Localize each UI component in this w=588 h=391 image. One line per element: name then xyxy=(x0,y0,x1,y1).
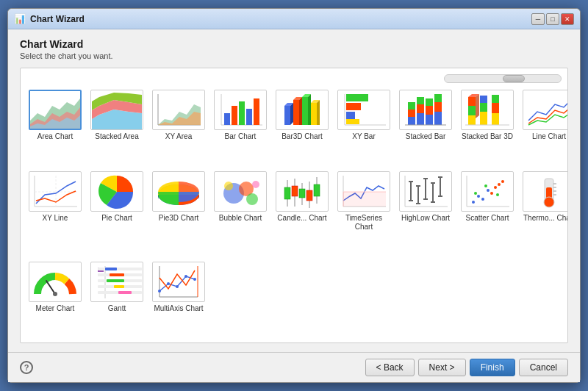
chart-item-timeseries[interactable]: TimeSeries Chart xyxy=(335,169,392,255)
chart-item-xy-line[interactable]: XY Line xyxy=(26,169,84,255)
dialog-footer: ? < Back Next > Finish Cancel xyxy=(8,352,580,382)
minimize-button[interactable]: ─ xyxy=(531,13,545,25)
svg-point-123 xyxy=(472,201,475,204)
chart-item-xy-bar[interactable]: XY Bar xyxy=(335,87,392,165)
svg-point-164 xyxy=(176,285,179,288)
svg-point-84 xyxy=(252,181,259,188)
chart-item-meter[interactable]: Meter Chart xyxy=(26,259,84,337)
svg-rect-155 xyxy=(107,279,124,282)
chart-label-gantt: Gantt xyxy=(108,304,126,313)
chart-thumb-stacked-bar-3d xyxy=(461,90,514,130)
chart-label-multiaxis: MultiAxis Chart xyxy=(154,304,203,313)
footer-buttons: < Back Next > Finish Cancel xyxy=(365,359,568,376)
chart-thumb-xy-area xyxy=(152,90,205,130)
svg-rect-52 xyxy=(434,102,442,112)
chart-item-bar3d[interactable]: Bar3D Chart xyxy=(273,87,331,165)
chart-item-multiaxis[interactable]: MultiAxis Chart xyxy=(150,259,207,337)
chart-thumb-bar3d xyxy=(276,90,329,130)
chart-wizard-window: 📊 Chart Wizard ─ □ ✕ Chart Wizard Select… xyxy=(7,8,581,383)
svg-rect-28 xyxy=(302,97,308,125)
svg-rect-62 xyxy=(480,103,487,112)
chart-thumb-stacked-area xyxy=(90,90,143,130)
window-icon: 📊 xyxy=(14,13,26,24)
svg-point-144 xyxy=(53,292,57,296)
maximize-button[interactable]: □ xyxy=(546,13,559,25)
chart-item-area[interactable]: Area Chart xyxy=(26,87,84,165)
svg-rect-49 xyxy=(426,106,433,115)
chart-label-meter: Meter Chart xyxy=(36,304,75,313)
chart-label-highlow: HighLow Chart xyxy=(401,214,450,223)
chart-label-xy-line: XY Line xyxy=(43,214,68,223)
chart-label-stacked-bar-3d: Stacked Bar 3D xyxy=(462,132,513,141)
svg-rect-20 xyxy=(254,98,259,125)
svg-rect-154 xyxy=(110,273,124,276)
chart-item-stacked-area[interactable]: Stacked Area xyxy=(88,87,146,165)
svg-rect-48 xyxy=(426,115,433,125)
scrollbar-thumb[interactable] xyxy=(503,75,525,82)
chart-label-bubble: Bubble Chart xyxy=(219,214,262,223)
chart-item-gantt[interactable]: Gantt xyxy=(88,259,146,337)
chart-item-highlow[interactable]: HighLow Chart xyxy=(397,169,454,255)
svg-point-166 xyxy=(193,278,196,281)
chart-thumb-xy-line xyxy=(29,171,82,212)
svg-point-124 xyxy=(477,195,480,198)
svg-point-133 xyxy=(496,193,499,196)
svg-point-165 xyxy=(184,275,187,278)
back-button[interactable]: < Back xyxy=(365,359,415,376)
chart-item-stacked-bar-3d[interactable]: Stacked Bar 3D xyxy=(459,87,516,165)
chart-label-timeseries: TimeSeries Chart xyxy=(337,214,390,232)
svg-rect-22 xyxy=(284,106,290,125)
title-controls: ─ □ ✕ xyxy=(531,13,574,25)
svg-point-126 xyxy=(487,189,490,192)
chart-item-xy-area[interactable]: XY Area xyxy=(150,87,207,165)
chart-item-stacked-bar[interactable]: Stacked Bar xyxy=(397,87,454,165)
help-button[interactable]: ? xyxy=(20,361,33,374)
chart-thumb-xy-bar xyxy=(337,90,390,130)
chart-thumb-multiaxis xyxy=(152,262,205,302)
chart-item-bar[interactable]: Bar Chart xyxy=(212,87,269,165)
svg-point-125 xyxy=(481,198,484,201)
close-button[interactable]: ✕ xyxy=(561,13,574,25)
svg-rect-66 xyxy=(492,95,499,103)
svg-rect-43 xyxy=(408,110,415,117)
chart-item-bubble[interactable]: Bubble Chart xyxy=(212,169,269,255)
chart-selection-area: Area Chart Stacked Area xyxy=(20,68,568,343)
svg-rect-65 xyxy=(492,103,499,113)
chart-label-bar: Bar Chart xyxy=(225,132,257,141)
svg-rect-64 xyxy=(492,113,499,125)
svg-rect-16 xyxy=(224,113,230,125)
svg-rect-156 xyxy=(114,285,124,288)
chart-item-thermo[interactable]: Thermo... Chart xyxy=(520,169,568,255)
svg-point-132 xyxy=(484,184,487,187)
window-title: Chart Wizard xyxy=(30,14,85,24)
svg-rect-58 xyxy=(468,97,476,106)
cancel-button[interactable]: Cancel xyxy=(519,359,568,376)
chart-item-scatter[interactable]: Scatter Chart xyxy=(459,169,516,255)
svg-point-130 xyxy=(501,180,504,183)
next-button[interactable]: Next > xyxy=(418,359,466,376)
finish-button[interactable]: Finish xyxy=(470,359,515,376)
chart-item-pie3d[interactable]: Pie3D Chart xyxy=(150,169,207,255)
svg-point-163 xyxy=(167,282,170,285)
chart-thumb-meter xyxy=(29,262,82,302)
svg-marker-30 xyxy=(308,94,311,125)
chart-thumb-area xyxy=(29,90,82,130)
chart-item-candle[interactable]: Candle... Chart xyxy=(273,169,331,255)
svg-point-131 xyxy=(474,192,477,195)
chart-grid: Area Chart Stacked Area xyxy=(26,87,562,337)
svg-rect-93 xyxy=(306,190,312,201)
title-bar-left: 📊 Chart Wizard xyxy=(14,13,85,24)
svg-rect-87 xyxy=(284,187,290,199)
chart-thumb-line xyxy=(523,90,568,130)
chart-item-line[interactable]: Line Chart xyxy=(520,87,568,165)
chart-label-area: Area Chart xyxy=(37,132,73,141)
chart-thumb-timeseries xyxy=(337,171,390,212)
chart-label-xy-bar: XY Bar xyxy=(352,132,376,141)
chart-thumb-bar xyxy=(214,90,267,130)
chart-thumb-highlow xyxy=(399,171,452,212)
chart-label-pie3d: Pie3D Chart xyxy=(159,214,198,223)
svg-point-127 xyxy=(490,192,493,195)
chart-item-pie[interactable]: Pie Chart xyxy=(88,169,146,255)
svg-rect-40 xyxy=(346,119,359,124)
scrollbar-track[interactable] xyxy=(444,74,562,83)
